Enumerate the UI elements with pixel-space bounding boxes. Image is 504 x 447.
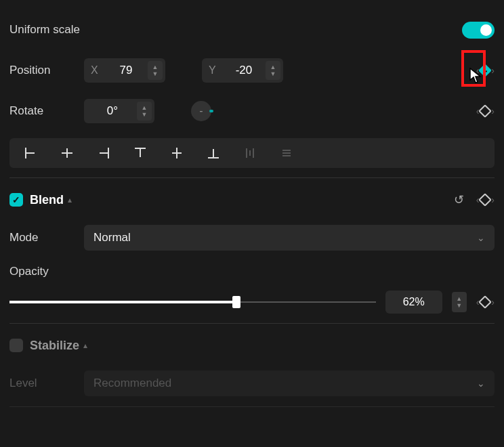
chevron-down-icon: ⌄ [477, 232, 485, 243]
position-keyframe-controls[interactable]: ‹ › [476, 65, 495, 76]
rotate-dial[interactable]: - [191, 101, 211, 121]
chevron-down-icon: ⌄ [477, 378, 485, 389]
chevron-right-icon[interactable]: › [491, 297, 495, 307]
blend-checkbox[interactable] [9, 193, 23, 207]
keyframe-diamond-icon[interactable] [478, 295, 492, 309]
align-bottom-button[interactable] [195, 141, 232, 165]
chevron-right-icon[interactable]: › [491, 106, 495, 116]
axis-y-label: Y [209, 64, 225, 77]
position-x-stepper[interactable]: ▲▼ [148, 61, 163, 80]
align-left-button[interactable] [12, 141, 49, 165]
position-x-input[interactable]: X 79 ▲▼ [84, 58, 165, 83]
opacity-value[interactable]: 62% [385, 291, 442, 314]
alignment-toolbar [9, 138, 495, 168]
rotate-stepper[interactable]: ▲▼ [137, 102, 152, 121]
keyframe-diamond-icon[interactable] [478, 64, 492, 77]
stabilize-level-select[interactable]: Recommended ⌄ [84, 370, 495, 396]
keyframe-diamond-icon[interactable] [478, 104, 492, 118]
align-center-h-button[interactable] [49, 141, 85, 165]
blend-mode-label: Mode [9, 231, 84, 244]
stabilize-section-title[interactable]: Stabilize [30, 339, 79, 353]
uniform-scale-toggle[interactable] [462, 22, 495, 39]
position-y-value[interactable]: -20 [225, 64, 263, 77]
opacity-stepper[interactable]: ▲▼ [452, 292, 467, 312]
collapse-caret-icon[interactable]: ▴ [83, 341, 87, 350]
position-x-value[interactable]: 79 [107, 64, 145, 77]
rotate-label: Rotate [9, 104, 84, 118]
rotate-input[interactable]: 0° ▲▼ [84, 99, 154, 123]
position-y-stepper[interactable]: ▲▼ [266, 61, 280, 80]
distribute-v-button[interactable] [268, 141, 305, 165]
chevron-right-icon[interactable]: › [491, 194, 495, 205]
opacity-keyframe-controls[interactable]: ‹ › [476, 297, 495, 307]
position-y-input[interactable]: Y -20 ▲▼ [202, 58, 283, 83]
align-top-button[interactable] [122, 141, 159, 165]
rotate-value[interactable]: 0° [91, 104, 134, 118]
stabilize-checkbox[interactable] [9, 339, 23, 352]
blend-mode-select[interactable]: Normal ⌄ [84, 225, 495, 251]
opacity-slider[interactable] [9, 301, 376, 303]
distribute-h-button[interactable] [232, 141, 268, 165]
reset-icon[interactable]: ↺ [454, 192, 464, 207]
keyframe-diamond-icon[interactable] [478, 193, 492, 207]
chevron-right-icon[interactable]: › [491, 65, 495, 76]
blend-mode-value: Normal [93, 231, 131, 244]
opacity-label: Opacity [9, 265, 495, 278]
uniform-scale-label: Uniform scale [9, 23, 84, 37]
collapse-caret-icon[interactable]: ▴ [68, 195, 72, 205]
align-center-v-button[interactable] [159, 141, 195, 165]
position-label: Position [9, 64, 84, 77]
axis-x-label: X [91, 64, 107, 77]
stabilize-level-label: Level [9, 377, 84, 390]
blend-section-title[interactable]: Blend [30, 193, 64, 207]
stabilize-level-value: Recommended [93, 377, 171, 390]
blend-keyframe-controls[interactable]: ‹ › [476, 194, 495, 205]
rotate-keyframe-controls[interactable]: ‹ › [476, 106, 495, 116]
align-right-button[interactable] [85, 141, 122, 165]
